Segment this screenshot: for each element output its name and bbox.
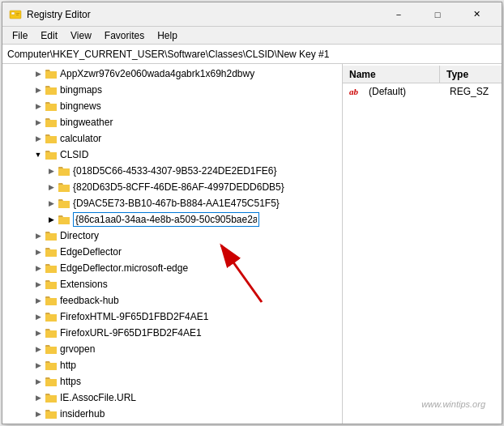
right-panel-row-default[interactable]: ab (Default) REG_SZ xyxy=(343,83,502,100)
tree-item-extensions[interactable]: ▶ Extensions xyxy=(2,276,342,292)
tree-label-appxzwr: AppXzwr976v2e060wada4gabrk1x69h2dbwy xyxy=(60,68,254,79)
ab-label: ab xyxy=(349,87,358,96)
folder-icon-clsid xyxy=(45,148,58,161)
folder-icon-clsid2 xyxy=(58,181,70,194)
tree-item-clsid1[interactable]: ▶ {018D5C66-4533-4307-9B53-224DE2ED1FE6} xyxy=(2,163,342,179)
expand-icon-bingweather[interactable]: ▶ xyxy=(32,116,45,129)
menu-favorites[interactable]: Favorites xyxy=(98,28,151,43)
window-title: Registry Editor xyxy=(27,9,91,20)
tree-item-edgedeflectorme[interactable]: ▶ EdgeDeflector.microsoft-edge xyxy=(2,260,342,276)
reg-value-type: REG_SZ xyxy=(450,86,489,97)
tree-label-bingmaps: bingmaps xyxy=(60,84,102,96)
expand-icon-http[interactable]: ▶ xyxy=(32,359,45,372)
tree-item-insiderhub[interactable]: ▶ insiderhub xyxy=(2,406,342,422)
close-button[interactable]: ✕ xyxy=(458,2,495,27)
folder-icon-clsid3 xyxy=(58,197,70,210)
tree-item-edgedeflector[interactable]: ▶ EdgeDeflector xyxy=(2,244,342,260)
tree-label-clsid2: {820D63D5-8CFF-46DE-86AF-4997DEDD6DB5} xyxy=(73,181,284,193)
expand-icon-firefoxurl[interactable]: ▶ xyxy=(32,326,45,339)
expand-icon-newkey1[interactable]: ▶ xyxy=(45,213,58,226)
col-header-name[interactable]: Name xyxy=(343,66,440,83)
menu-help[interactable]: Help xyxy=(151,28,184,43)
col-header-type[interactable]: Type xyxy=(440,66,475,83)
tree-item-firefoxhtml[interactable]: ▶ FirefoxHTML-9F65D1FBD2F4AE1 xyxy=(2,309,342,325)
tree-item-ieassoc[interactable]: ▶ IE.AssocFile.URL xyxy=(2,390,342,406)
folder-icon-grvopen xyxy=(45,343,58,356)
expand-icon-calculator[interactable]: ▶ xyxy=(32,132,45,145)
tree-item-interface[interactable]: ▶ Interface xyxy=(2,422,342,424)
right-panel-header: Name Type xyxy=(343,66,502,83)
tree-item-https[interactable]: ▶ https xyxy=(2,373,342,390)
menu-view[interactable]: View xyxy=(64,28,98,43)
expand-icon-directory[interactable]: ▶ xyxy=(32,229,45,242)
folder-icon-newkey1 xyxy=(58,213,70,226)
folder-icon-clsid1 xyxy=(58,164,70,177)
expand-icon-clsid3[interactable]: ▶ xyxy=(45,197,58,210)
new-key-name-input[interactable] xyxy=(73,212,259,227)
tree-item-http[interactable]: ▶ http xyxy=(2,357,342,373)
tree-item-bingmaps[interactable]: ▶ bingmaps xyxy=(2,82,342,98)
tree-item-clsid2[interactable]: ▶ {820D63D5-8CFF-46DE-86AF-4997DEDD6DB5} xyxy=(2,179,342,195)
tree-item-bingweather[interactable]: ▶ bingweather xyxy=(2,114,342,130)
expand-icon-bingnews[interactable]: ▶ xyxy=(32,100,45,113)
expand-icon-clsid1[interactable]: ▶ xyxy=(45,164,58,177)
folder-icon-insiderhub xyxy=(45,407,58,420)
folder-icon-directory xyxy=(45,229,58,242)
expand-icon-grvopen[interactable]: ▶ xyxy=(32,343,45,356)
tree-item-firefoxurl[interactable]: ▶ FirefoxURL-9F65D1FBD2F4AE1 xyxy=(2,325,342,341)
tree-label-extensions: Extensions xyxy=(60,279,108,290)
folder-icon-edgedeflectorme xyxy=(45,262,58,275)
folder-icon-appxzwr xyxy=(45,67,58,80)
app-icon xyxy=(9,8,22,21)
tree-item-feedbackhub[interactable]: ▶ feedback-hub xyxy=(2,292,342,309)
minimize-button[interactable]: − xyxy=(380,2,417,27)
folder-icon-firefoxhtml xyxy=(45,310,58,323)
expand-icon-edgedeflector[interactable]: ▶ xyxy=(32,245,45,258)
tree-item-appxzwr[interactable]: ▶ AppXzwr976v2e060wada4gabrk1x69h2dbwy xyxy=(2,66,342,82)
address-text: Computer\HKEY_CURRENT_USER\Software\Clas… xyxy=(7,49,329,60)
svg-rect-1 xyxy=(11,12,15,15)
tree-item-grvopen[interactable]: ▶ grvopen xyxy=(2,341,342,357)
menu-file[interactable]: File xyxy=(6,28,34,43)
main-content: ▶ AppXzwr976v2e060wada4gabrk1x69h2dbwy ▶… xyxy=(2,64,502,424)
tree-item-clsid[interactable]: ▼ CLSID xyxy=(2,147,342,163)
menu-edit[interactable]: Edit xyxy=(34,28,64,43)
expand-icon-ieassoc[interactable]: ▶ xyxy=(32,391,45,404)
expand-icon-bingmaps[interactable]: ▶ xyxy=(32,83,45,96)
expand-icon-firefoxhtml[interactable]: ▶ xyxy=(32,310,45,323)
tree-label-bingnews: bingnews xyxy=(60,100,101,112)
tree-label-grvopen: grvopen xyxy=(60,343,95,355)
tree-label-firefoxurl: FirefoxURL-9F65D1FBD2F4AE1 xyxy=(60,327,202,339)
watermark: www.wintips.org xyxy=(421,399,485,409)
expand-icon-feedbackhub[interactable]: ▶ xyxy=(32,294,45,307)
folder-icon-https xyxy=(45,375,58,388)
expand-icon-appxzwr[interactable]: ▶ xyxy=(32,67,45,80)
folder-icon-ieassoc xyxy=(45,391,58,404)
expand-icon-clsid[interactable]: ▼ xyxy=(32,148,45,161)
expand-icon-clsid2[interactable]: ▶ xyxy=(45,181,58,194)
reg-value-name: (Default) xyxy=(369,86,450,97)
folder-icon-http xyxy=(45,359,58,372)
tree-item-directory[interactable]: ▶ Directory xyxy=(2,228,342,244)
svg-rect-2 xyxy=(16,13,19,14)
tree-item-bingnews[interactable]: ▶ bingnews xyxy=(2,98,342,114)
tree-item-calculator[interactable]: ▶ calculator xyxy=(2,130,342,147)
expand-icon-insiderhub[interactable]: ▶ xyxy=(32,407,45,420)
folder-icon-bingnews xyxy=(45,100,58,113)
expand-icon-edgedeflectorme[interactable]: ▶ xyxy=(32,262,45,275)
tree-label-insiderhub: insiderhub xyxy=(60,408,105,420)
tree-label-calculator: calculator xyxy=(60,133,101,144)
expand-icon-extensions[interactable]: ▶ xyxy=(32,278,45,291)
tree-label-feedbackhub: feedback-hub xyxy=(60,295,119,306)
expand-icon-https[interactable]: ▶ xyxy=(32,375,45,388)
address-bar: Computer\HKEY_CURRENT_USER\Software\Clas… xyxy=(2,45,502,64)
tree-label-firefoxhtml: FirefoxHTML-9F65D1FBD2F4AE1 xyxy=(60,311,208,322)
folder-icon-bingmaps xyxy=(45,83,58,96)
folder-icon-bingweather xyxy=(45,116,58,129)
tree-item-clsid3[interactable]: ▶ {D9AC5E73-BB10-467b-B884-AA1E475C51F5} xyxy=(2,195,342,211)
maximize-button[interactable]: □ xyxy=(419,2,456,27)
tree-item-newkey1[interactable]: ▶ xyxy=(2,211,342,228)
tree-panel[interactable]: ▶ AppXzwr976v2e060wada4gabrk1x69h2dbwy ▶… xyxy=(2,64,343,424)
col-type-label: Type xyxy=(446,69,468,80)
col-name-label: Name xyxy=(349,69,376,80)
